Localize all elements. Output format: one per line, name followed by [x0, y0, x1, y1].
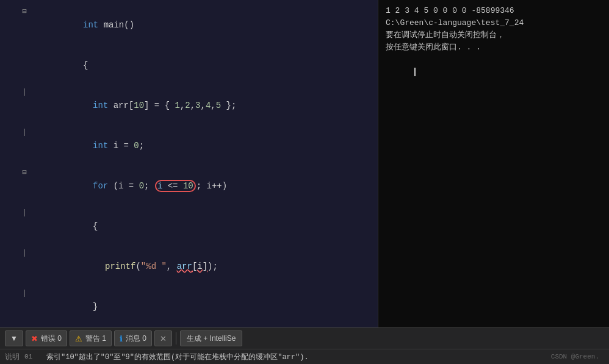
keyword: for [93, 181, 108, 191]
keyword: int [93, 101, 108, 110]
error-row-num: 01 [24, 353, 43, 360]
code-text: ( [135, 262, 140, 271]
line-code: int i = 0; [29, 126, 378, 166]
line-code: { [29, 45, 378, 85]
console-line-3: 要在调试停止时自动关闭控制台， [386, 29, 602, 41]
console-line-1: 1 2 3 4 5 0 0 0 0 -85899346 [386, 5, 602, 17]
number: 10 [183, 181, 193, 191]
line-code: } [29, 287, 378, 327]
code-line: | return 0; [0, 327, 378, 327]
collapse-icon[interactable]: ⊟ [20, 5, 29, 18]
code-line: | int arr[10] = { 1,2,3,4,5 }; [0, 85, 378, 126]
code-text: <= [162, 181, 183, 191]
status-row: 说明 01 索引"10"超出了"0"至"9"的有效范围(对于可能在堆栈中分配的缓… [0, 349, 609, 364]
code-text: (i = [108, 181, 139, 191]
build-label: 生成 + IntelliSe [187, 334, 236, 344]
error-button[interactable]: ✖ 错误 0 [26, 330, 67, 346]
filter-dropdown[interactable]: ▼ [5, 330, 23, 346]
var-arr: arr [177, 262, 192, 271]
string: "%d " [141, 262, 167, 271]
code-editor: ⊟ int main() { | int arr[10] = { 1,2,3,4… [0, 0, 378, 327]
info-button[interactable]: ℹ 消息 0 [114, 330, 152, 346]
keyword: int [83, 20, 98, 30]
warning-label: 警告 1 [85, 334, 106, 344]
divider [176, 332, 176, 344]
function-name: printf [105, 262, 135, 271]
code-text: } [93, 302, 98, 312]
main-area: ⊟ int main() { | int arr[10] = { 1,2,3,4… [0, 0, 609, 327]
code-text: ; [144, 181, 154, 191]
keyword: int [93, 141, 108, 151]
squiggle-arr: arr[i] [177, 262, 207, 271]
code-line: | int i = 0; [0, 126, 378, 166]
bottom-bar: ▼ ✖ 错误 0 ⚠ 警告 1 ℹ 消息 0 ✕ 生成 + IntelliSe … [0, 327, 609, 364]
code-line: { [0, 45, 378, 85]
collapse-icon[interactable]: ⊟ [20, 166, 29, 179]
code-text: }; [221, 101, 236, 110]
line-code: { [29, 206, 378, 246]
status-label: 说明 [5, 352, 20, 362]
number: 3 [195, 101, 200, 110]
code-text: , [211, 101, 215, 110]
number: 1 [175, 101, 179, 110]
collapse-spacer: | [20, 327, 29, 327]
code-text: , [167, 262, 177, 271]
warning-button[interactable]: ⚠ 警告 1 [70, 330, 112, 346]
csdn-credit: CSDN @Green. [551, 353, 604, 360]
collapse-spacer: | [20, 85, 29, 99]
warning-icon: ⚠ [75, 334, 82, 343]
number: 5 [216, 101, 221, 110]
code-text: , [190, 101, 195, 110]
toolbar-row: ▼ ✖ 错误 0 ⚠ 警告 1 ℹ 消息 0 ✕ 生成 + IntelliSe [0, 328, 609, 349]
error-row-msg: 索引"10"超出了"0"至"9"的有效范围(对于可能在堆栈中分配的缓冲区"arr… [46, 352, 309, 362]
filter-icon: ✕ [160, 334, 167, 343]
code-text: ); [207, 262, 218, 271]
build-button[interactable]: 生成 + IntelliSe [180, 330, 242, 346]
code-line: ⊟ int main() [0, 5, 378, 45]
code-text: i = [108, 141, 134, 151]
code-content: ⊟ int main() { | int arr[10] = { 1,2,3,4… [0, 0, 378, 327]
code-text: [i] [192, 262, 207, 271]
info-icon: ℹ [120, 334, 123, 343]
line-code: int arr[10] = { 1,2,3,4,5 }; [29, 85, 378, 126]
number: 10 [134, 101, 144, 110]
code-text: main() [98, 20, 134, 30]
number: 0 [134, 141, 139, 151]
console-line-4: 按任意键关闭此窗口. . . [386, 41, 602, 54]
code-text: arr[ [108, 101, 134, 110]
collapse-spacer: | [20, 287, 29, 300]
code-text: ; i++) [196, 181, 227, 191]
number: 2 [185, 101, 190, 110]
circled-condition: i <= 10 [155, 180, 196, 192]
error-label: 错误 0 [41, 334, 62, 344]
code-text: { [93, 221, 98, 231]
code-line: | } [0, 287, 378, 327]
code-text: ] = { [144, 101, 175, 110]
filter-icon-button[interactable]: ✕ [154, 330, 172, 346]
code-line: | { [0, 206, 378, 246]
line-code: return 0; [29, 327, 378, 327]
collapse-spacer: | [20, 246, 29, 260]
error-msg-row: 01 索引"10"超出了"0"至"9"的有效范围(对于可能在堆栈中分配的缓冲区"… [24, 352, 546, 362]
collapse-spacer: | [20, 126, 29, 139]
error-icon: ✖ [31, 334, 38, 343]
line-code: printf("%d ", arr[i]); [29, 246, 378, 287]
dropdown-arrow: ▼ [10, 334, 18, 343]
line-code: for (i = 0; i <= 10; i++) [29, 166, 378, 206]
number: 0 [139, 181, 144, 191]
console-cursor [414, 68, 416, 76]
console-cursor-line [386, 54, 602, 90]
info-label: 消息 0 [126, 334, 146, 344]
code-text: , [201, 101, 206, 110]
code-text: { [83, 60, 88, 70]
console-line-2: C:\Green\c-language\test_7_24 [386, 17, 602, 29]
code-line: | printf("%d ", arr[i]); [0, 246, 378, 287]
line-code: int main() [29, 5, 378, 45]
collapse-spacer: | [20, 206, 29, 219]
console-panel: 1 2 3 4 5 0 0 0 0 -85899346 C:\Green\c-l… [378, 0, 609, 327]
code-text: ; [139, 141, 144, 151]
code-line: ⊟ for (i = 0; i <= 10; i++) [0, 166, 378, 206]
